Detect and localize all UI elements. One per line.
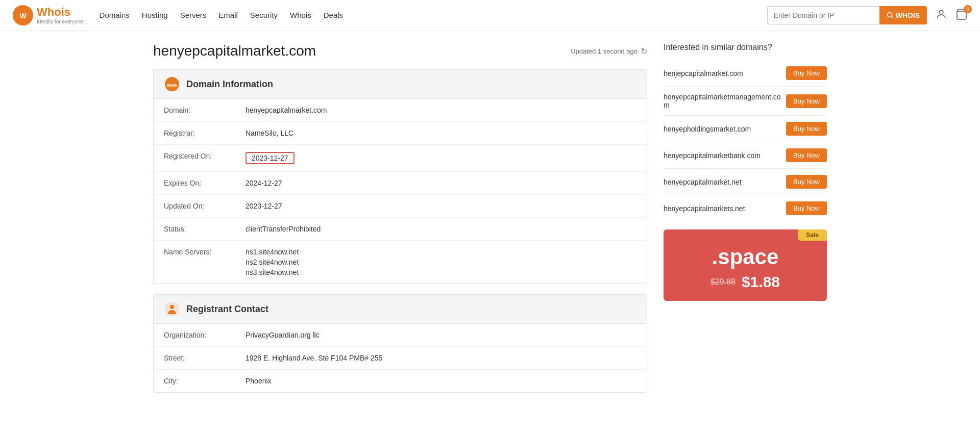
updated-on-value: 2023-12-27	[246, 202, 282, 210]
left-panel: henyepcapitalmarket.com Updated 1 second…	[153, 43, 647, 403]
buy-now-button-5[interactable]: Buy Now	[786, 201, 827, 215]
nav-link-whois[interactable]: Whois	[290, 9, 311, 21]
similar-domain-item: henyepcapitalmarketbank.comBuy Now	[664, 142, 827, 169]
logo[interactable]: W Whois Identity for everyone	[12, 5, 83, 26]
nav-link-domains[interactable]: Domains	[100, 9, 130, 21]
search-input[interactable]	[767, 6, 879, 24]
user-icon	[935, 8, 947, 20]
buy-now-button-3[interactable]: Buy Now	[786, 148, 827, 162]
similar-domain-name: henyepcapitalmarketbank.com	[664, 151, 782, 160]
status-label: Status:	[164, 225, 246, 233]
contact-icon	[164, 301, 180, 317]
nav-link-hosting[interactable]: Hosting	[142, 9, 168, 21]
domain-info-header: www Domain Information	[154, 70, 647, 99]
nav-search: WHOIS	[767, 6, 927, 24]
similar-domain-item: henyepcapitalmarkets.netBuy Now	[664, 195, 827, 221]
expires-on-label: Expires On:	[164, 179, 246, 187]
svg-point-2	[887, 12, 892, 17]
registrant-contact-title: Registrant Contact	[186, 304, 268, 315]
registrant-contact-card: Registrant Contact Organization: Privacy…	[153, 294, 647, 393]
cart-count: 0	[964, 5, 972, 13]
expires-on-value: 2024-12-27	[246, 179, 282, 187]
search-icon	[887, 12, 894, 19]
street-label: Street:	[164, 354, 246, 362]
page-title-row: henyepcapitalmarket.com Updated 1 second…	[153, 43, 647, 59]
updated-text-label: Updated 1 second ago	[571, 47, 638, 55]
expires-on-row: Expires On: 2024-12-27	[154, 172, 647, 195]
status-row: Status: clientTransferProhibited	[154, 218, 647, 241]
status-value: clientTransferProhibited	[246, 225, 321, 233]
right-panel: Interested in similar domains? henjepcap…	[664, 43, 827, 403]
similar-domain-name: henjepcapitalmarket.com	[664, 69, 782, 78]
buy-now-button-4[interactable]: Buy Now	[786, 175, 827, 189]
refresh-icon[interactable]: ↻	[641, 46, 647, 56]
city-row: City: Phoenix	[154, 370, 647, 392]
svg-point-4	[939, 10, 943, 14]
registered-on-row: Registered On: 2023-12-27	[154, 145, 647, 172]
logo-whois-text: Whois	[37, 6, 83, 19]
similar-domains-list: henjepcapitalmarket.comBuy Nowhenyepcapi…	[664, 60, 827, 221]
search-button[interactable]: WHOIS	[879, 6, 927, 24]
updated-on-label: Updated On:	[164, 202, 246, 210]
main-content: henyepcapitalmarket.com Updated 1 second…	[133, 31, 847, 415]
registrar-label: Registrar:	[164, 129, 246, 137]
registrant-contact-body: Organization: PrivacyGuardian.org llc St…	[154, 324, 647, 392]
www-icon: www	[164, 76, 180, 92]
page-title: henyepcapitalmarket.com	[153, 43, 316, 59]
updated-status: Updated 1 second ago ↻	[571, 46, 647, 56]
domain-info-title: Domain Information	[186, 79, 273, 90]
updated-on-row: Updated On: 2023-12-27	[154, 195, 647, 218]
domain-info-body: Domain: henyepcapitalmarket.com Registra…	[154, 99, 647, 284]
sale-old-price: $29.88	[710, 277, 736, 287]
sale-new-price: $1.88	[742, 273, 780, 291]
nav-link-servers[interactable]: Servers	[180, 9, 207, 21]
registrar-value: NameSilo, LLC	[246, 129, 293, 137]
user-icon-btn[interactable]	[935, 8, 947, 22]
registrar-field-row: Registrar: NameSilo, LLC	[154, 122, 647, 145]
similar-domains-title: Interested in similar domains?	[664, 43, 827, 52]
nav-links: DomainsHostingServersEmailSecurityWhoisD…	[100, 9, 767, 21]
street-row: Street: 1928 E. Highland Ave. Ste F104 P…	[154, 347, 647, 370]
ns2: ns2.site4now.net	[246, 258, 299, 266]
ns1: ns1.site4now.net	[246, 248, 299, 256]
nav-link-security[interactable]: Security	[250, 9, 278, 21]
name-servers-list: ns1.site4now.net ns2.site4now.net ns3.si…	[246, 248, 299, 276]
street-value: 1928 E. Highland Ave. Ste F104 PMB# 255	[246, 354, 382, 362]
svg-point-9	[170, 305, 174, 309]
logo-tagline: Identity for everyone	[37, 19, 83, 24]
similar-domain-name: henyepcapitalmarketmanagement.com	[664, 93, 782, 109]
sale-banner: Sale .space $29.88 $1.88	[664, 229, 827, 301]
similar-domain-name: henyepcapitalmarkets.net	[664, 204, 782, 213]
domain-field-value: henyepcapitalmarket.com	[246, 106, 327, 114]
org-value: PrivacyGuardian.org llc	[246, 331, 320, 339]
nav-link-deals[interactable]: Deals	[324, 9, 343, 21]
svg-text:www: www	[166, 83, 178, 88]
cart-button[interactable]: 0	[955, 8, 968, 22]
similar-domain-item: henjepcapitalmarket.comBuy Now	[664, 60, 827, 87]
org-row: Organization: PrivacyGuardian.org llc	[154, 324, 647, 347]
sale-price-row: $29.88 $1.88	[674, 273, 817, 291]
svg-text:W: W	[19, 12, 27, 20]
domain-field-label: Domain:	[164, 106, 246, 114]
registered-on-value: 2023-12-27	[246, 152, 295, 164]
buy-now-button-0[interactable]: Buy Now	[786, 66, 827, 80]
name-servers-label: Name Servers:	[164, 248, 246, 276]
registered-on-label: Registered On:	[164, 152, 246, 164]
city-label: City:	[164, 377, 246, 385]
buy-now-button-2[interactable]: Buy Now	[786, 122, 827, 136]
similar-domain-item: henyepcapitalmarketmanagement.comBuy Now	[664, 87, 827, 116]
buy-now-button-1[interactable]: Buy Now	[786, 94, 827, 108]
svg-line-3	[891, 16, 893, 18]
name-servers-row: Name Servers: ns1.site4now.net ns2.site4…	[154, 241, 647, 284]
domain-field-row: Domain: henyepcapitalmarket.com	[154, 99, 647, 122]
search-button-label: WHOIS	[896, 11, 920, 19]
sale-domain-ext: .space	[674, 245, 817, 269]
similar-domain-item: henyepholdingsmarket.comBuy Now	[664, 116, 827, 142]
domain-info-card: www Domain Information Domain: henyepcap…	[153, 69, 647, 284]
nav-link-email[interactable]: Email	[218, 9, 238, 21]
navbar: W Whois Identity for everyone DomainsHos…	[0, 0, 980, 31]
logo-text: Whois Identity for everyone	[37, 6, 83, 24]
nav-icons: 0	[935, 8, 968, 22]
logo-icon: W	[12, 5, 34, 26]
similar-domain-name: henyepcapitalmarket.net	[664, 178, 782, 186]
